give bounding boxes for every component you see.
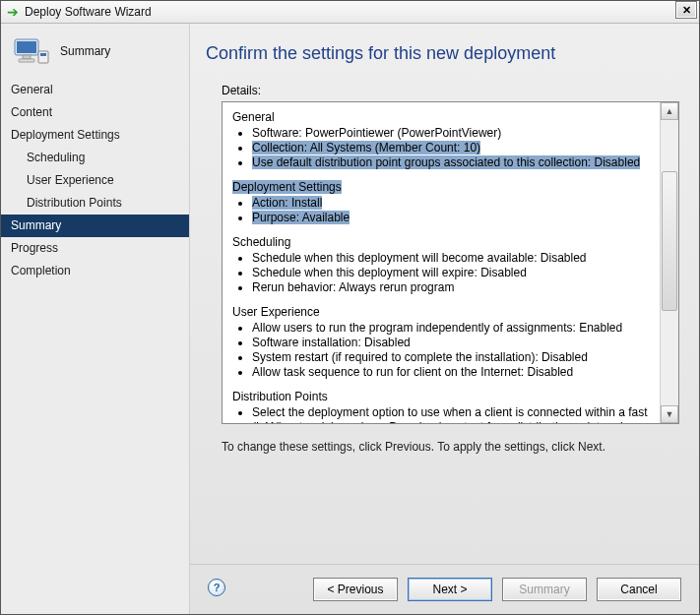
section-list: Allow users to run the program independe… bbox=[232, 321, 655, 380]
details-section: SchedulingSchedule when this deployment … bbox=[232, 235, 655, 295]
nav-item-general[interactable]: General bbox=[1, 79, 189, 101]
footer: < Previous Next > Summary Cancel bbox=[190, 564, 699, 614]
sidebar: Summary GeneralContentDeployment Setting… bbox=[1, 24, 190, 614]
wizard-header: Summary bbox=[1, 30, 189, 75]
wizard-body: Summary GeneralContentDeployment Setting… bbox=[1, 24, 699, 614]
next-button[interactable]: Next > bbox=[408, 578, 492, 601]
computer-deploy-icon bbox=[11, 33, 50, 69]
list-item: System restart (if required to complete … bbox=[252, 350, 655, 365]
nav-item-summary[interactable]: Summary bbox=[1, 215, 189, 237]
titlebar: ➔ Deploy Software Wizard ✕ bbox=[1, 1, 699, 24]
wizard-page-name: Summary bbox=[60, 44, 110, 58]
list-item: Schedule when this deployment will becom… bbox=[252, 251, 655, 266]
list-item: Select the deployment option to use when… bbox=[252, 405, 655, 423]
nav-item-deployment-settings[interactable]: Deployment Settings bbox=[1, 124, 189, 147]
help-icon[interactable]: ? bbox=[208, 579, 225, 596]
nav-item-content[interactable]: Content bbox=[1, 101, 189, 124]
summary-button[interactable]: Summary bbox=[502, 578, 587, 601]
section-title: User Experience bbox=[232, 305, 655, 320]
list-item: Allow users to run the program independe… bbox=[252, 321, 655, 336]
close-icon: ✕ bbox=[682, 4, 691, 17]
list-item: Software installation: Disabled bbox=[252, 336, 655, 350]
list-item: Software: PowerPointiewer (PowerPointVie… bbox=[252, 126, 655, 141]
svg-rect-2 bbox=[23, 55, 31, 59]
details-section: GeneralSoftware: PowerPointiewer (PowerP… bbox=[232, 110, 655, 170]
nav-item-user-experience[interactable]: User Experience bbox=[1, 169, 189, 192]
scroll-up-arrow-icon[interactable]: ▲ bbox=[661, 102, 678, 120]
section-title: Deployment Settings bbox=[232, 180, 655, 195]
hint-text: To change these settings, click Previous… bbox=[222, 440, 679, 454]
section-title: General bbox=[232, 110, 655, 125]
svg-rect-3 bbox=[19, 59, 34, 62]
svg-rect-5 bbox=[40, 53, 46, 56]
details-label: Details: bbox=[222, 84, 679, 97]
close-button[interactable]: ✕ bbox=[675, 1, 697, 19]
cancel-button[interactable]: Cancel bbox=[597, 578, 681, 601]
list-item: Rerun behavior: Always rerun program bbox=[252, 280, 655, 295]
nav-item-progress[interactable]: Progress bbox=[1, 237, 189, 260]
app-arrow-icon: ➔ bbox=[7, 5, 19, 19]
main-panel: Confirm the settings for this new deploy… bbox=[190, 24, 699, 614]
details-box: GeneralSoftware: PowerPointiewer (PowerP… bbox=[222, 101, 679, 424]
window-title: Deploy Software Wizard bbox=[25, 5, 675, 19]
previous-button[interactable]: < Previous bbox=[313, 578, 398, 601]
nav-item-scheduling[interactable]: Scheduling bbox=[1, 147, 189, 169]
section-list: Schedule when this deployment will becom… bbox=[232, 251, 655, 295]
list-item: Collection: All Systems (Member Count: 1… bbox=[252, 141, 655, 155]
svg-rect-4 bbox=[38, 51, 48, 63]
list-item: Purpose: Available bbox=[252, 211, 655, 225]
section-list: Select the deployment option to use when… bbox=[232, 405, 655, 423]
page-heading: Confirm the settings for this new deploy… bbox=[206, 43, 679, 64]
list-item: Use default distribution point groups as… bbox=[252, 155, 655, 170]
scroll-thumb[interactable] bbox=[662, 171, 677, 311]
details-section: Deployment SettingsAction: InstallPurpos… bbox=[232, 180, 655, 225]
scroll-down-arrow-icon[interactable]: ▼ bbox=[661, 405, 678, 423]
vertical-scrollbar[interactable]: ▲ ▼ bbox=[660, 102, 678, 423]
details-section: User ExperienceAllow users to run the pr… bbox=[232, 305, 655, 380]
section-title: Scheduling bbox=[232, 235, 655, 250]
list-item: Schedule when this deployment will expir… bbox=[252, 266, 655, 280]
details-content: GeneralSoftware: PowerPointiewer (PowerP… bbox=[223, 102, 661, 423]
nav-item-completion[interactable]: Completion bbox=[1, 260, 189, 282]
section-title: Distribution Points bbox=[232, 390, 655, 404]
svg-rect-1 bbox=[17, 41, 36, 53]
wizard-nav: GeneralContentDeployment SettingsSchedul… bbox=[1, 79, 189, 282]
nav-item-distribution-points[interactable]: Distribution Points bbox=[1, 192, 189, 215]
list-item: Action: Install bbox=[252, 196, 655, 211]
wizard-window: ➔ Deploy Software Wizard ✕ Summary Gener… bbox=[0, 0, 700, 615]
section-list: Software: PowerPointiewer (PowerPointVie… bbox=[232, 126, 655, 170]
list-item: Allow task sequence to run for client on… bbox=[252, 365, 655, 380]
section-list: Action: InstallPurpose: Available bbox=[232, 196, 655, 225]
details-section: Distribution PointsSelect the deployment… bbox=[232, 390, 655, 423]
